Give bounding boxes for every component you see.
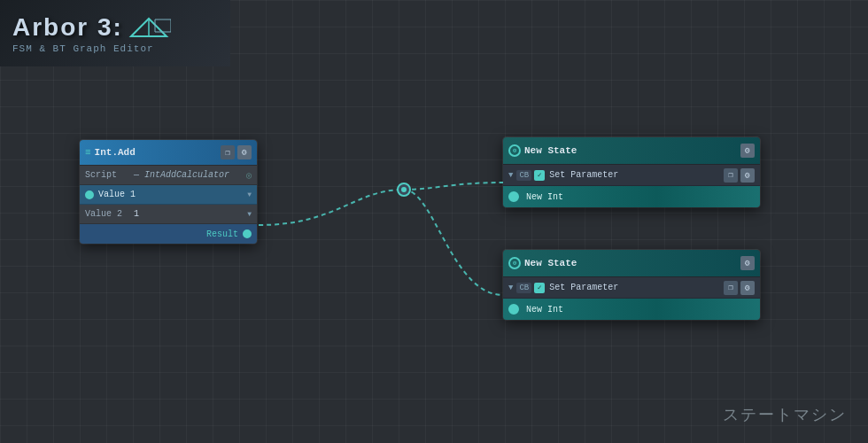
state1-action-label: Set Parameter	[549, 170, 618, 180]
state2-copy-button[interactable]: ❐	[724, 281, 738, 295]
state2-action-label: Set Parameter	[549, 283, 618, 292]
value1-port	[85, 190, 94, 199]
state1-node: ⊙ New State ⚙ ▼ CB ✓ Set Parameter ❐ ⚙ N…	[503, 137, 760, 207]
state1-action-gear-button[interactable]: ⚙	[740, 168, 755, 183]
state2-expand-icon[interactable]: ▼	[508, 284, 513, 292]
state2-node: ⊙ New State ⚙ ▼ CB ✓ Set Parameter ❐ ⚙ N…	[503, 250, 760, 320]
state2-action-gear-button[interactable]: ⚙	[740, 281, 755, 295]
value1-label: Value 1	[98, 190, 136, 199]
intadd-header: ≡ Int.Add ❐ ⚙	[80, 140, 257, 165]
state2-cb-label: CB	[516, 283, 531, 293]
state2-action-row: ▼ CB ✓ Set Parameter ❐ ⚙	[503, 277, 760, 299]
state1-header: ⊙ New State ⚙	[503, 137, 760, 164]
result-row: Result	[80, 224, 257, 244]
state1-param-row: New Int	[503, 186, 760, 207]
state2-checkbox[interactable]: ✓	[534, 283, 545, 293]
state2-gear-button[interactable]: ⚙	[740, 256, 755, 270]
state1-gear-button[interactable]: ⚙	[740, 144, 755, 158]
svg-marker-3	[155, 19, 171, 32]
intadd-gear-button[interactable]: ⚙	[237, 145, 252, 159]
script-row: Script — IntAddCalculator ◎	[80, 166, 257, 185]
app-header: Arbor 3: FSM & BT Graph Editor	[0, 0, 230, 66]
value1-dropdown[interactable]: ▼	[247, 190, 252, 198]
logo-text-arbor: Arbor 3:	[12, 13, 123, 42]
intadd-title: Int.Add	[95, 147, 136, 158]
state2-input-port	[508, 304, 519, 315]
app-title: Arbor 3:	[12, 13, 218, 42]
state2-header: ⊙ New State ⚙	[503, 250, 760, 276]
value2-value: 1	[134, 209, 247, 219]
result-port	[243, 229, 252, 238]
state2-title: New State	[524, 258, 577, 268]
state2-param-label: New Int	[526, 305, 563, 315]
intadd-copy-button[interactable]: ❐	[221, 145, 235, 159]
state1-input-port	[508, 191, 519, 202]
intadd-node: ≡ Int.Add ❐ ⚙ Script — IntAddCalculator …	[80, 140, 257, 244]
state2-body: ▼ CB ✓ Set Parameter ❐ ⚙ New Int	[503, 276, 760, 320]
state1-checkbox[interactable]: ✓	[534, 170, 545, 181]
state2-param-row: New Int	[503, 299, 760, 320]
logo-icon	[127, 14, 171, 41]
state1-param-label: New Int	[526, 192, 563, 202]
state1-cb-label: CB	[516, 170, 531, 181]
script-value: — IntAddCalculator	[134, 170, 246, 180]
state1-expand-icon[interactable]: ▼	[508, 171, 513, 180]
state1-copy-button[interactable]: ❐	[724, 168, 738, 183]
script-link-icon: ◎	[246, 170, 252, 181]
watermark: ステートマシン	[723, 404, 847, 425]
value1-row: Value 1 ▼	[80, 185, 257, 205]
intadd-icon: ≡	[85, 147, 91, 158]
state1-indicator: ⊙	[508, 144, 521, 157]
result-label: Result	[206, 229, 238, 239]
state1-action-row: ▼ CB ✓ Set Parameter ❐ ⚙	[503, 165, 760, 186]
state1-body: ▼ CB ✓ Set Parameter ❐ ⚙ New Int	[503, 164, 760, 207]
state1-title: New State	[524, 145, 577, 156]
script-label: Script	[85, 170, 134, 180]
value2-label: Value 2	[85, 209, 134, 219]
value2-row: Value 2 1 ▼	[80, 205, 257, 224]
intadd-body: Script — IntAddCalculator ◎ Value 1 ▼ Va…	[80, 165, 257, 244]
state2-indicator: ⊙	[508, 257, 521, 269]
value2-dropdown[interactable]: ▼	[247, 210, 252, 218]
app-subtitle: FSM & BT Graph Editor	[12, 43, 218, 54]
